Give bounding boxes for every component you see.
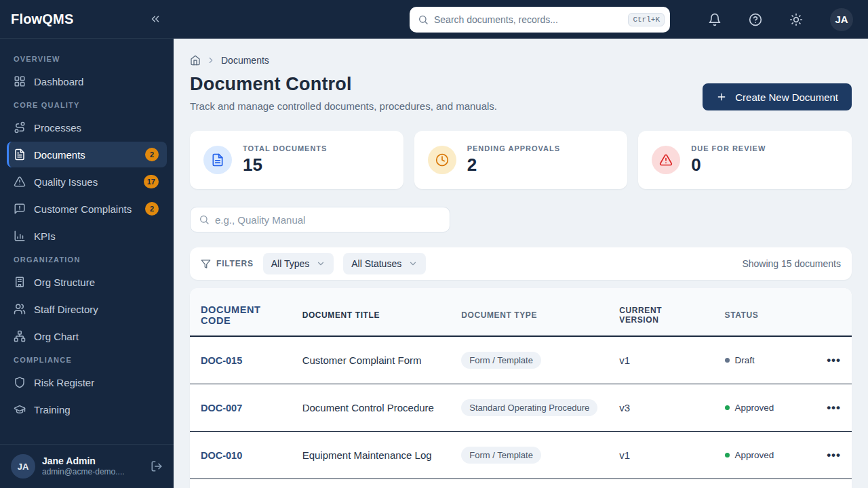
chevron-down-icon — [408, 259, 418, 268]
sidebar-item-label: Dashboard — [34, 76, 83, 87]
sidebar-section-overview: OVERVIEW — [0, 55, 174, 63]
theme-toggle-button[interactable] — [789, 13, 803, 26]
sidebar-item-risk-register[interactable]: Risk Register — [7, 369, 167, 395]
document-version: v1 — [608, 479, 713, 488]
document-code-link[interactable]: DOC-005 — [190, 479, 292, 488]
documents-count-badge: 2 — [145, 148, 159, 161]
global-search[interactable]: Ctrl+K — [410, 7, 670, 33]
topbar-avatar[interactable]: JA — [830, 8, 853, 31]
sidebar-item-quality-issues[interactable]: Quality Issues 17 — [7, 169, 167, 195]
table-row: DOC-007 Document Control Procedure Stand… — [190, 384, 852, 432]
document-version: v1 — [608, 336, 713, 384]
users-icon — [14, 303, 26, 315]
sidebar-item-label: Documents — [34, 149, 85, 161]
document-type-badge: Form / Template — [461, 447, 541, 464]
file-text-icon — [203, 146, 232, 174]
sidebar-item-org-chart[interactable]: Org Chart — [7, 323, 167, 349]
breadcrumb-current[interactable]: Documents — [221, 55, 269, 66]
layout-grid-icon — [14, 75, 26, 87]
document-title: Document Control Procedure — [292, 384, 451, 432]
sidebar-section-core-quality: CORE QUALITY — [0, 101, 174, 109]
filter-bar: Filters All Types All Statuses Showing 1… — [190, 247, 852, 280]
shield-icon — [14, 376, 26, 388]
document-version: v3 — [608, 384, 713, 432]
help-button[interactable] — [749, 13, 762, 26]
sidebar-item-training[interactable]: Training — [7, 396, 167, 422]
documents-table-card: Document Code Document Title Document Ty… — [190, 288, 852, 488]
logout-button[interactable] — [151, 460, 163, 472]
graduation-cap-icon — [14, 403, 26, 415]
create-document-label: Create New Document — [735, 92, 838, 103]
stat-card-pending-approvals: PENDING APPROVALS 2 — [414, 131, 628, 189]
document-code-link[interactable]: DOC-007 — [190, 384, 292, 432]
page-heading-group: Document Control Track and manage contro… — [190, 74, 497, 112]
column-header-title: Document Title — [292, 288, 451, 336]
column-header-status: Status — [714, 288, 813, 336]
filters-label: Filters — [216, 259, 254, 268]
document-title: Incoming Inspection Form — [292, 479, 451, 488]
clock-icon — [428, 146, 456, 174]
page-title: Document Control — [190, 74, 497, 95]
stat-card-due-for-review: DUE FOR REVIEW 0 — [638, 131, 852, 189]
sidebar: FlowQMS OVERVIEW Dashboard CORE QUALITY — [0, 0, 174, 488]
stat-value: 15 — [243, 155, 327, 176]
row-actions-button[interactable]: ••• — [827, 449, 841, 461]
document-code-link[interactable]: DOC-015 — [190, 336, 292, 384]
bar-chart-icon — [14, 230, 26, 242]
column-header-version: Current Version — [608, 288, 713, 336]
sun-icon — [789, 13, 803, 26]
status-badge: Draft — [725, 355, 802, 365]
user-name: Jane Admin — [42, 455, 125, 468]
status-badge: Approved — [725, 450, 802, 460]
document-search-input[interactable] — [215, 214, 441, 226]
documents-table: Document Code Document Title Document Ty… — [190, 288, 852, 488]
status-filter-select[interactable]: All Statuses — [343, 253, 426, 274]
type-filter-select[interactable]: All Types — [263, 253, 334, 274]
row-actions-button[interactable]: ••• — [827, 354, 841, 366]
document-code-link[interactable]: DOC-010 — [190, 432, 292, 479]
alert-triangle-icon — [652, 146, 680, 174]
sidebar-item-staff-directory[interactable]: Staff Directory — [7, 296, 167, 322]
status-dot — [725, 453, 730, 458]
complaints-count-badge: 2 — [145, 202, 159, 216]
document-title: Customer Complaint Form — [292, 336, 451, 384]
sidebar-item-documents[interactable]: Documents 2 — [7, 142, 167, 167]
global-search-input[interactable] — [434, 14, 623, 25]
search-shortcut-hint: Ctrl+K — [628, 13, 665, 26]
sidebar-user-footer: JA Jane Admin admin@acme-demo.... — [0, 444, 174, 488]
status-label: Draft — [735, 355, 755, 365]
home-icon[interactable] — [190, 55, 201, 66]
stat-value: 2 — [467, 155, 560, 176]
alert-triangle-icon — [14, 176, 26, 188]
sidebar-item-kpis[interactable]: KPIs — [7, 223, 167, 249]
plus-icon — [716, 92, 727, 102]
stat-card-total-documents: TOTAL DOCUMENTS 15 — [190, 131, 403, 189]
stat-label: PENDING APPROVALS — [467, 144, 560, 152]
sidebar-item-customer-complaints[interactable]: Customer Complaints 2 — [7, 196, 167, 222]
create-document-button[interactable]: Create New Document — [703, 83, 852, 110]
stat-text: DUE FOR REVIEW 0 — [691, 144, 766, 176]
sidebar-item-org-structure[interactable]: Org Structure — [7, 269, 167, 295]
sidebar-item-label: Training — [34, 404, 71, 415]
stat-text: PENDING APPROVALS 2 — [467, 144, 560, 176]
sidebar-section-compliance: COMPLIANCE — [0, 356, 174, 364]
notifications-button[interactable] — [708, 13, 722, 26]
document-filter-search[interactable] — [190, 207, 450, 232]
row-actions-button[interactable]: ••• — [827, 402, 841, 413]
logout-icon — [151, 460, 163, 472]
breadcrumb: Documents — [190, 55, 852, 66]
sidebar-nav: OVERVIEW Dashboard CORE QUALITY Processe… — [0, 39, 174, 444]
quality-issues-count-badge: 17 — [144, 175, 159, 188]
stat-text: TOTAL DOCUMENTS 15 — [243, 144, 327, 176]
user-info: Jane Admin admin@acme-demo.... — [42, 455, 125, 478]
user-avatar: JA — [11, 454, 35, 479]
sidebar-section-organization: ORGANIZATION — [0, 256, 174, 264]
sidebar-item-processes[interactable]: Processes — [7, 115, 167, 140]
stat-cards: TOTAL DOCUMENTS 15 PENDING APPROVALS 2 — [190, 131, 852, 189]
building-icon — [14, 276, 26, 288]
sidebar-item-dashboard[interactable]: Dashboard — [7, 68, 167, 94]
status-dot — [725, 358, 730, 363]
sidebar-collapse-button[interactable] — [149, 13, 161, 25]
org-chart-icon — [14, 330, 26, 342]
sidebar-item-label: Quality Issues — [34, 176, 98, 188]
